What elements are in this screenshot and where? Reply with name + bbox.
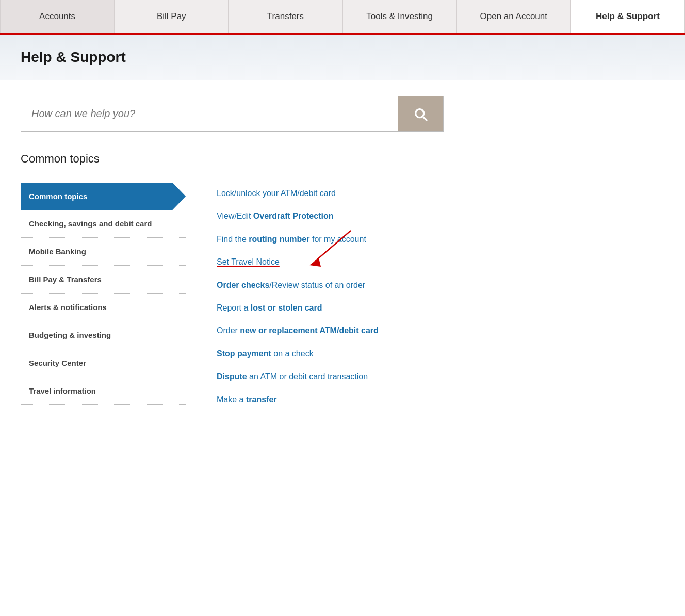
link-set-travel-notice[interactable]: Set Travel Notice (217, 256, 280, 268)
link-make-transfer[interactable]: Make a transfer (217, 394, 598, 406)
nav-bill-pay[interactable]: Bill Pay (115, 0, 229, 33)
search-icon (412, 106, 429, 122)
page-title: Help & Support (21, 49, 664, 66)
sidebar-item-bill-pay-transfers[interactable]: Bill Pay & Transfers (21, 266, 186, 294)
sidebar-item-security-center[interactable]: Security Center (21, 349, 186, 377)
link-replacement-card[interactable]: Order new or replacement ATM/debit card (217, 325, 598, 336)
section-divider (21, 170, 598, 170)
link-lock-unlock[interactable]: Lock/unlock your ATM/debit card (217, 188, 598, 199)
nav-tools-investing[interactable]: Tools & Investing (343, 0, 457, 33)
link-order-checks[interactable]: Order checks/Review status of an order (217, 280, 598, 291)
sidebar-item-mobile-banking[interactable]: Mobile Banking (21, 238, 186, 266)
topics-layout: Common topics Checking, savings and debi… (21, 183, 598, 417)
search-button[interactable] (398, 96, 443, 131)
page-title-bar: Help & Support (0, 35, 685, 80)
nav-transfers[interactable]: Transfers (229, 0, 342, 33)
svg-line-0 (315, 231, 351, 262)
link-lost-stolen-card[interactable]: Report a lost or stolen card (217, 302, 598, 314)
link-stop-payment[interactable]: Stop payment on a check (217, 348, 598, 360)
search-input[interactable] (21, 96, 398, 131)
nav-open-account[interactable]: Open an Account (457, 0, 571, 33)
main-content: Common topics Common topics Checking, sa… (0, 80, 619, 432)
section-title: Common topics (21, 152, 598, 166)
link-overdraft-protection[interactable]: View/Edit Overdraft Protection (217, 210, 598, 222)
top-nav: Accounts Bill Pay Transfers Tools & Inve… (0, 0, 685, 35)
sidebar-item-checking[interactable]: Checking, savings and debit card (21, 210, 186, 238)
link-dispute-transaction[interactable]: Dispute an ATM or debit card transaction (217, 371, 598, 382)
topics-sidebar: Common topics Checking, savings and debi… (21, 183, 186, 417)
link-routing-number[interactable]: Find the routing number for my account (217, 234, 598, 245)
sidebar-item-travel[interactable]: Travel information (21, 377, 186, 405)
svg-marker-1 (309, 258, 321, 267)
red-arrow-annotation (299, 228, 361, 269)
search-container (21, 96, 444, 132)
nav-accounts[interactable]: Accounts (0, 0, 115, 33)
nav-help-support[interactable]: Help & Support (571, 0, 685, 33)
sidebar-item-common-topics[interactable]: Common topics (21, 183, 186, 210)
topics-content: Lock/unlock your ATM/debit card View/Edi… (186, 183, 598, 417)
sidebar-item-alerts[interactable]: Alerts & notifications (21, 294, 186, 321)
sidebar-item-budgeting[interactable]: Budgeting & investing (21, 321, 186, 349)
